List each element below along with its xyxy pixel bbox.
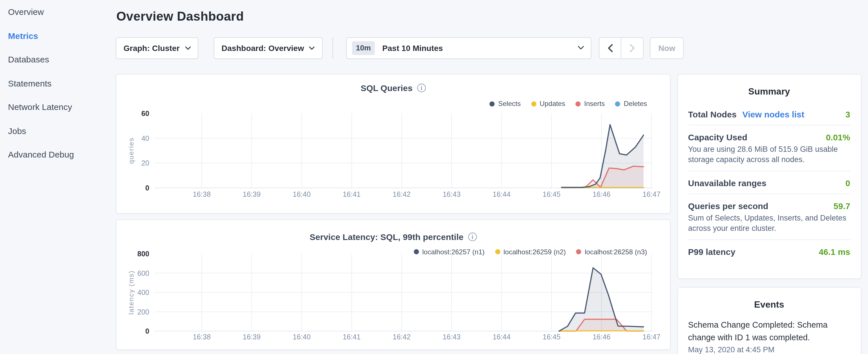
event-message: Schema Change Completed: Schema change w… bbox=[688, 318, 850, 344]
sql-queries-chart-card: SQL Queries i SelectsUpdatesInsertsDelet… bbox=[116, 74, 671, 213]
svg-text:40: 40 bbox=[141, 134, 149, 142]
svg-text:16:45: 16:45 bbox=[543, 332, 561, 341]
sidebar-item-databases[interactable]: Databases bbox=[0, 47, 115, 71]
sidebar-item-statements[interactable]: Statements bbox=[0, 71, 115, 95]
summary-title: Summary bbox=[688, 87, 850, 97]
events-panel: Events Schema Change Completed: Schema c… bbox=[677, 287, 861, 354]
graph-dropdown-label: Graph: Cluster bbox=[124, 43, 180, 53]
chevron-down-icon bbox=[309, 46, 315, 50]
summary-label: Total Nodes bbox=[688, 109, 737, 119]
time-range-selector[interactable]: 10m Past 10 Minutes bbox=[346, 37, 591, 59]
svg-text:600: 600 bbox=[137, 269, 149, 277]
summary-label: P99 latency bbox=[688, 247, 735, 257]
svg-text:60: 60 bbox=[141, 109, 149, 118]
summary-label: Capacity Used bbox=[688, 132, 747, 142]
svg-text:queries: queries bbox=[127, 137, 135, 164]
summary-description: Sum of Selects, Updates, Inserts, and De… bbox=[688, 213, 850, 234]
svg-text:16:43: 16:43 bbox=[443, 332, 461, 341]
sql-queries-chart[interactable]: 16:3816:3916:4016:4116:4216:4316:4416:45… bbox=[116, 74, 670, 213]
svg-text:16:45: 16:45 bbox=[543, 190, 561, 198]
summary-value: 59.7 bbox=[834, 201, 850, 211]
chevron-left-icon bbox=[608, 44, 613, 52]
page: Overview Metrics Databases Statements Ne… bbox=[0, 0, 868, 354]
summary-value: 46.1 ms bbox=[819, 247, 850, 257]
svg-text:16:46: 16:46 bbox=[593, 190, 611, 198]
svg-text:16:43: 16:43 bbox=[443, 190, 461, 198]
svg-text:16:47: 16:47 bbox=[643, 332, 660, 341]
svg-text:16:39: 16:39 bbox=[243, 190, 261, 198]
svg-text:16:42: 16:42 bbox=[393, 190, 411, 198]
divider bbox=[333, 37, 333, 59]
svg-text:16:41: 16:41 bbox=[343, 332, 361, 341]
svg-text:16:44: 16:44 bbox=[493, 332, 510, 341]
now-button[interactable]: Now bbox=[650, 37, 684, 59]
summary-panel: Summary Total Nodes View nodes list 3 Ca… bbox=[677, 74, 861, 279]
sidebar-item-overview[interactable]: Overview bbox=[0, 0, 115, 24]
sidebar: Overview Metrics Databases Statements Ne… bbox=[0, 0, 115, 166]
dashboard-dropdown-label: Dashboard: Overview bbox=[221, 43, 304, 53]
event-item: Schema Change Completed: Schema change w… bbox=[688, 318, 850, 354]
summary-label: Queries per second bbox=[688, 201, 768, 211]
graph-dropdown[interactable]: Graph: Cluster bbox=[116, 37, 198, 59]
svg-text:0: 0 bbox=[145, 184, 149, 192]
sidebar-item-network-latency[interactable]: Network Latency bbox=[0, 95, 115, 119]
svg-text:16:38: 16:38 bbox=[193, 332, 211, 341]
svg-text:16:39: 16:39 bbox=[243, 332, 261, 341]
sidebar-item-advanced-debug[interactable]: Advanced Debug bbox=[0, 142, 115, 166]
chevron-right-icon bbox=[629, 44, 635, 52]
controls-bar: Graph: Cluster Dashboard: Overview 10m P… bbox=[116, 37, 684, 59]
svg-text:0: 0 bbox=[145, 327, 149, 335]
svg-text:400: 400 bbox=[137, 288, 149, 296]
summary-row-total-nodes: Total Nodes View nodes list 3 bbox=[688, 102, 850, 125]
service-latency-chart-card: Service Latency: SQL, 99th percentile i … bbox=[116, 219, 671, 350]
summary-value: 0 bbox=[845, 178, 850, 188]
svg-text:16:42: 16:42 bbox=[393, 332, 411, 341]
event-timestamp: May 13, 2020 at 4:45 PM bbox=[688, 345, 850, 354]
summary-row-queries-per-second: Queries per second 59.7 Sum of Selects, … bbox=[688, 194, 850, 239]
summary-value: 3 bbox=[845, 109, 850, 119]
svg-text:16:38: 16:38 bbox=[193, 190, 211, 198]
summary-row-capacity-used: Capacity Used 0.01% You are using 28.6 M… bbox=[688, 125, 850, 171]
svg-text:16:47: 16:47 bbox=[643, 190, 660, 198]
summary-row-unavailable-ranges: Unavailable ranges 0 bbox=[688, 171, 850, 194]
chevron-down-icon bbox=[185, 46, 191, 50]
sidebar-item-metrics[interactable]: Metrics bbox=[0, 24, 115, 47]
svg-text:16:46: 16:46 bbox=[593, 332, 611, 341]
svg-text:16:40: 16:40 bbox=[293, 332, 311, 341]
dashboard-dropdown[interactable]: Dashboard: Overview bbox=[214, 37, 323, 59]
summary-row-p99-latency: P99 latency 46.1 ms bbox=[688, 240, 850, 262]
svg-text:16:40: 16:40 bbox=[293, 190, 311, 198]
svg-text:16:44: 16:44 bbox=[493, 190, 510, 198]
view-nodes-link[interactable]: View nodes list bbox=[742, 109, 804, 119]
time-forward-button[interactable] bbox=[621, 37, 644, 59]
page-title: Overview Dashboard bbox=[116, 9, 244, 24]
time-step-buttons bbox=[599, 37, 644, 59]
svg-text:20: 20 bbox=[141, 159, 149, 167]
svg-text:16:41: 16:41 bbox=[343, 190, 361, 198]
time-range-label: Past 10 Minutes bbox=[382, 43, 443, 53]
time-range-badge: 10m bbox=[352, 41, 375, 55]
svg-text:800: 800 bbox=[137, 250, 149, 257]
summary-label: Unavailable ranges bbox=[688, 178, 766, 188]
summary-value: 0.01% bbox=[826, 132, 850, 142]
svg-text:latency (ms): latency (ms) bbox=[127, 270, 135, 315]
sidebar-item-jobs[interactable]: Jobs bbox=[0, 119, 115, 142]
events-title: Events bbox=[688, 299, 850, 310]
chevron-down-icon bbox=[578, 46, 584, 50]
summary-description: You are using 28.6 MiB of 515.9 GiB usab… bbox=[688, 144, 850, 165]
svg-text:200: 200 bbox=[137, 308, 149, 316]
service-latency-chart[interactable]: 16:3816:3916:4016:4116:4216:4316:4416:45… bbox=[116, 220, 670, 349]
time-back-button[interactable] bbox=[599, 37, 621, 59]
